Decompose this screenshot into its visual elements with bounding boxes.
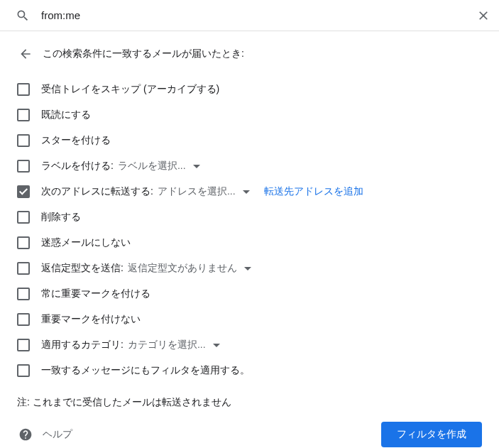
option-label: 次のアドレスに転送する:	[41, 185, 153, 198]
search-input[interactable]	[31, 9, 475, 21]
option-dropdown[interactable]: カテゴリを選択...	[128, 339, 220, 351]
option-label: 削除する	[41, 211, 81, 224]
option-row: 削除する	[17, 204, 482, 230]
search-icon	[14, 7, 31, 24]
option-checkbox[interactable]	[17, 134, 30, 147]
option-checkbox[interactable]	[17, 288, 30, 300]
footer-row: ヘルプ フィルタを作成	[17, 422, 482, 447]
help-link[interactable]: ヘルプ	[43, 428, 72, 441]
option-row: 返信定型文を送信:返信定型文がありません	[17, 256, 482, 281]
add-forwarding-address-link[interactable]: 転送先アドレスを追加	[264, 185, 363, 198]
option-label: 返信定型文を送信:	[41, 262, 124, 275]
option-label: 重要マークを付けない	[41, 313, 141, 326]
option-checkbox[interactable]	[17, 160, 30, 173]
header-title: この検索条件に一致するメールが届いたとき:	[43, 48, 244, 60]
option-dropdown[interactable]: 返信定型文がありません	[128, 262, 251, 275]
option-row: 常に重要マークを付ける	[17, 281, 482, 307]
option-checkbox[interactable]	[17, 211, 30, 224]
option-label: 既読にする	[41, 109, 91, 121]
option-label: 一致するメッセージにもフィルタを適用する。	[41, 364, 250, 377]
option-checkbox[interactable]	[17, 83, 30, 96]
dropdown-label: 返信定型文がありません	[128, 262, 237, 275]
option-label: スターを付ける	[41, 134, 111, 147]
option-row: スターを付ける	[17, 128, 482, 153]
option-dropdown[interactable]: アドレスを選択...	[158, 185, 250, 198]
option-row: 一致するメッセージにもフィルタを適用する。	[17, 358, 482, 383]
close-icon[interactable]	[475, 7, 492, 24]
option-label: ラベルを付ける:	[41, 160, 114, 173]
option-row: 既読にする	[17, 102, 482, 128]
help-icon[interactable]	[17, 426, 34, 443]
option-checkbox[interactable]	[17, 236, 30, 249]
option-row: 次のアドレスに転送する:アドレスを選択...転送先アドレスを追加	[17, 179, 482, 204]
option-checkbox[interactable]	[17, 313, 30, 326]
option-label: 迷惑メールにしない	[41, 236, 131, 249]
caret-down-icon	[213, 344, 220, 347]
caret-down-icon	[193, 165, 200, 168]
note-text: 注: これまでに受信したメールは転送されません	[17, 396, 482, 409]
dropdown-label: カテゴリを選択...	[128, 339, 206, 351]
caret-down-icon	[243, 190, 250, 194]
create-filter-button[interactable]: フィルタを作成	[381, 422, 482, 447]
option-label: 適用するカテゴリ:	[41, 339, 124, 351]
option-label: 受信トレイをスキップ (アーカイブする)	[41, 83, 219, 96]
option-label: 常に重要マークを付ける	[41, 288, 150, 300]
option-checkbox[interactable]	[17, 262, 30, 275]
dropdown-label: アドレスを選択...	[158, 185, 236, 198]
filter-panel: この検索条件に一致するメールが届いたとき: 受信トレイをスキップ (アーカイブす…	[0, 31, 499, 448]
back-arrow-icon[interactable]	[17, 45, 34, 62]
option-checkbox[interactable]	[17, 185, 30, 198]
option-row: ラベルを付ける:ラベルを選択...	[17, 153, 482, 179]
caret-down-icon	[244, 267, 251, 271]
option-dropdown[interactable]: ラベルを選択...	[118, 160, 200, 173]
option-checkbox[interactable]	[17, 109, 30, 121]
option-row: 迷惑メールにしない	[17, 230, 482, 256]
option-row: 適用するカテゴリ:カテゴリを選択...	[17, 332, 482, 358]
help-group: ヘルプ	[17, 426, 72, 443]
dropdown-label: ラベルを選択...	[118, 160, 186, 173]
header-row: この検索条件に一致するメールが届いたとき:	[17, 45, 482, 62]
option-row: 重要マークを付けない	[17, 307, 482, 332]
option-checkbox[interactable]	[17, 364, 30, 377]
search-bar	[0, 0, 499, 31]
option-checkbox[interactable]	[17, 339, 30, 351]
option-row: 受信トレイをスキップ (アーカイブする)	[17, 77, 482, 102]
